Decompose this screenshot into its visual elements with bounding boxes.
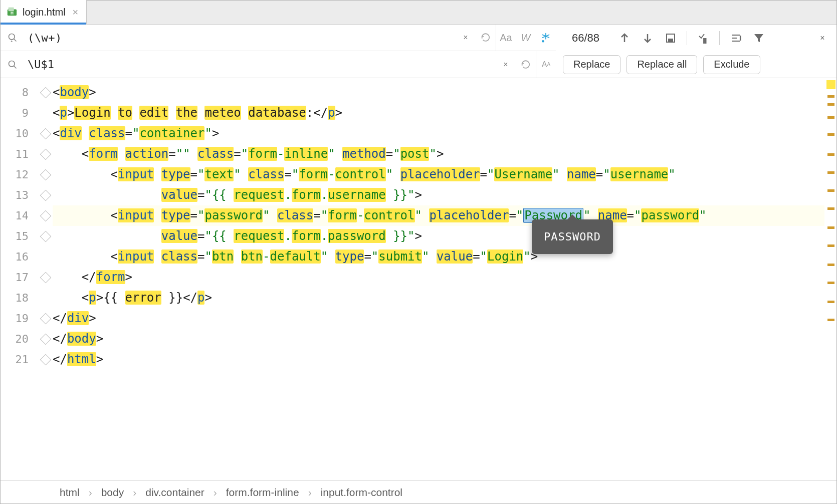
- svg-text:H: H: [11, 11, 14, 16]
- marker[interactable]: [827, 171, 834, 174]
- add-selection-icon[interactable]: II: [696, 31, 710, 45]
- clear-replace-icon[interactable]: ×: [496, 51, 516, 78]
- html-file-icon: H: [7, 7, 18, 18]
- next-match-icon[interactable]: [641, 31, 655, 45]
- svg-point-9: [9, 61, 15, 67]
- replace-row: × AA: [1, 51, 556, 78]
- replace-button[interactable]: Replace: [563, 55, 620, 74]
- marker[interactable]: [827, 264, 834, 266]
- marker[interactable]: [827, 226, 834, 229]
- replace-all-button[interactable]: Replace all: [626, 55, 697, 74]
- chevron-right-icon: ›: [89, 486, 92, 498]
- line-number[interactable]: 21: [1, 349, 53, 370]
- marker[interactable]: [827, 153, 834, 156]
- breadcrumb-item[interactable]: form.form-inline: [226, 486, 299, 498]
- line-number[interactable]: 16: [1, 246, 53, 267]
- marker[interactable]: [827, 319, 834, 321]
- in-selection-icon[interactable]: I: [729, 31, 743, 45]
- clear-find-icon[interactable]: ×: [456, 25, 476, 51]
- fold-icon[interactable]: [40, 148, 52, 160]
- search-icon[interactable]: [1, 33, 25, 43]
- fold-icon[interactable]: [40, 354, 52, 365]
- find-row: × Aa W: [1, 25, 556, 51]
- fold-icon[interactable]: [40, 87, 52, 98]
- svg-point-3: [9, 34, 15, 40]
- replace-input[interactable]: [25, 58, 496, 71]
- prev-match-icon[interactable]: [617, 31, 632, 45]
- match-case-icon[interactable]: Aa: [496, 25, 516, 51]
- line-number[interactable]: 14: [1, 205, 53, 226]
- svg-line-4: [14, 39, 17, 42]
- marker[interactable]: [826, 80, 835, 89]
- code-area[interactable]: <body> <p>Login to edit the meteo databa…: [53, 78, 824, 480]
- replace-buttons: Replace Replace all Exclude: [556, 51, 836, 78]
- breadcrumb-item[interactable]: html: [60, 486, 80, 498]
- fold-icon[interactable]: [40, 313, 52, 324]
- svg-rect-14: [669, 39, 673, 42]
- line-number[interactable]: 19: [1, 308, 53, 329]
- breadcrumb-item[interactable]: div.container: [145, 486, 204, 498]
- line-number[interactable]: 9: [1, 103, 53, 123]
- fold-icon[interactable]: [40, 128, 52, 139]
- separator: [719, 31, 720, 45]
- tab-filename: login.html: [23, 7, 66, 18]
- line-number[interactable]: 10: [1, 123, 53, 144]
- exclude-button[interactable]: Exclude: [703, 55, 760, 74]
- replace-preview-tooltip: PASSWORD: [532, 219, 613, 254]
- svg-text:II: II: [703, 38, 707, 44]
- marker[interactable]: [827, 207, 834, 210]
- fold-icon[interactable]: [40, 333, 52, 345]
- chevron-right-icon: ›: [133, 486, 136, 498]
- close-tab-icon[interactable]: ×: [71, 7, 81, 18]
- line-number[interactable]: 12: [1, 164, 53, 185]
- replace-search-icon[interactable]: [1, 60, 25, 70]
- regex-icon[interactable]: [536, 25, 556, 51]
- filter-icon[interactable]: [752, 31, 766, 45]
- marker[interactable]: [827, 133, 834, 136]
- svg-text:I: I: [740, 36, 741, 41]
- search-history-icon[interactable]: [476, 25, 496, 51]
- marker[interactable]: [827, 189, 834, 192]
- marker[interactable]: [827, 301, 834, 303]
- find-input[interactable]: [25, 32, 456, 44]
- match-count: 66/88: [563, 32, 608, 45]
- replace-history-icon[interactable]: [516, 51, 536, 78]
- breadcrumb-item[interactable]: body: [101, 486, 124, 498]
- marker[interactable]: [827, 244, 834, 247]
- preserve-case-icon[interactable]: AA: [536, 51, 556, 78]
- chevron-right-icon: ›: [308, 486, 312, 498]
- line-number[interactable]: 15: [1, 226, 53, 246]
- fold-icon[interactable]: [40, 230, 52, 242]
- marker[interactable]: [827, 116, 834, 119]
- fold-icon[interactable]: [40, 210, 52, 221]
- select-all-icon[interactable]: [664, 31, 678, 45]
- close-find-icon[interactable]: ×: [815, 31, 829, 45]
- line-number[interactable]: 13: [1, 185, 53, 205]
- marker-strip[interactable]: [824, 78, 836, 480]
- find-replace-bar: × Aa W × AA 66/88: [1, 25, 836, 78]
- line-number[interactable]: 17: [1, 267, 53, 288]
- svg-point-8: [542, 40, 544, 43]
- line-number[interactable]: 8: [1, 82, 53, 103]
- find-toolbar: 66/88 II I ×: [556, 25, 836, 51]
- fold-icon[interactable]: [40, 189, 52, 201]
- breadcrumb-item[interactable]: input.form-control: [321, 486, 402, 498]
- words-icon[interactable]: W: [516, 25, 536, 51]
- editor-body: 8 9 10 11 12 13 14 15 16 17 18 19 20 21 …: [1, 78, 836, 480]
- line-number[interactable]: 18: [1, 288, 53, 308]
- svg-line-10: [14, 66, 17, 68]
- editor-window: H login.html × × Aa W: [0, 0, 837, 504]
- marker[interactable]: [827, 103, 834, 106]
- fold-icon[interactable]: [40, 272, 52, 283]
- breadcrumb: html › body › div.container › form.form-…: [1, 480, 836, 503]
- line-number[interactable]: 11: [1, 144, 53, 164]
- fold-icon[interactable]: [40, 169, 52, 180]
- marker[interactable]: [827, 95, 834, 98]
- tab-bar: H login.html ×: [1, 1, 836, 25]
- file-tab[interactable]: H login.html ×: [1, 0, 87, 24]
- chevron-right-icon: ›: [214, 486, 217, 498]
- gutter: 8 9 10 11 12 13 14 15 16 17 18 19 20 21: [1, 78, 53, 480]
- separator: [687, 31, 687, 45]
- line-number[interactable]: 20: [1, 329, 53, 349]
- marker[interactable]: [827, 282, 834, 284]
